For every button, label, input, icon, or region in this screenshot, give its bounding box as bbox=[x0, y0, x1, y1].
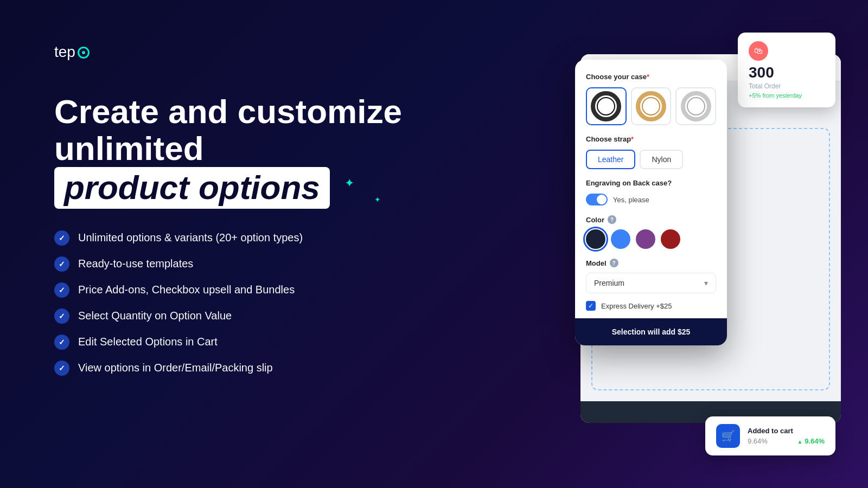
color-dark[interactable] bbox=[586, 229, 605, 249]
svg-point-5 bbox=[687, 98, 705, 115]
check-icon-1 bbox=[54, 230, 69, 246]
color-help-icon[interactable]: ? bbox=[608, 215, 616, 224]
strap-options-group: Leather Nylon bbox=[586, 150, 716, 169]
feature-text-1: Unlimited options & variants (20+ option… bbox=[78, 232, 303, 244]
color-label-row: Color ? bbox=[586, 215, 716, 224]
engraving-text: Yes, please bbox=[613, 196, 649, 204]
color-options-group bbox=[586, 229, 716, 249]
order-label: Total Order bbox=[749, 82, 825, 90]
card-footer: Selection will add $25 bbox=[575, 318, 727, 345]
feature-text-3: Price Add-ons, Checkbox upsell and Bundl… bbox=[78, 284, 295, 296]
dropdown-arrow-icon: ▾ bbox=[704, 279, 708, 287]
headline-highlight: product options bbox=[54, 167, 330, 208]
feature-text-5: Edit Selected Options in Cart bbox=[78, 336, 218, 348]
feature-item-4: Select Quantity on Option Value bbox=[54, 309, 445, 324]
cart-icon: 🛒 bbox=[716, 424, 740, 448]
feature-item-6: View options in Order/Email/Packing slip bbox=[54, 361, 445, 376]
engraving-toggle[interactable] bbox=[586, 194, 608, 206]
star-icon-2: ✦ bbox=[374, 195, 381, 204]
total-order-widget: 🛍 300 Total Order +5% from yesterday bbox=[738, 33, 835, 107]
feature-item-1: Unlimited options & variants (20+ option… bbox=[54, 230, 445, 246]
feature-item-5: Edit Selected Options in Cart bbox=[54, 335, 445, 350]
engraving-label: Engraving on Back case? bbox=[586, 179, 716, 187]
strap-leather-button[interactable]: Leather bbox=[586, 150, 635, 169]
check-icon-5 bbox=[54, 335, 69, 350]
arrow-up-icon: ▲ bbox=[797, 439, 803, 445]
logo-o-icon bbox=[78, 47, 90, 59]
check-icon-3 bbox=[54, 282, 69, 298]
feature-text-6: View options in Order/Email/Packing slip bbox=[78, 362, 273, 374]
order-count: 300 bbox=[749, 65, 825, 80]
express-checkbox[interactable]: ✓ bbox=[586, 301, 596, 311]
svg-point-3 bbox=[642, 98, 660, 115]
order-icon: 🛍 bbox=[749, 41, 768, 61]
model-label: Model bbox=[586, 259, 607, 267]
order-change: +5% from yesterday bbox=[749, 92, 825, 99]
pct-right: ▲ 9.64% bbox=[797, 437, 825, 445]
cart-widget-text: Added to cart 9.64% ▲ 9.64% bbox=[748, 427, 825, 445]
express-delivery-row: ✓ Express Delivery +$25 bbox=[586, 301, 716, 311]
check-icon-2 bbox=[54, 256, 69, 272]
model-selected-value: Premium bbox=[594, 279, 624, 287]
headline-line1: Create and customize bbox=[54, 93, 445, 130]
left-section: tep Create and customize unlimited produ… bbox=[54, 43, 445, 376]
svg-point-1 bbox=[597, 98, 615, 115]
features-list: Unlimited options & variants (20+ option… bbox=[54, 230, 445, 376]
percentage-row: 9.64% ▲ 9.64% bbox=[748, 437, 825, 445]
case-option-silver[interactable] bbox=[675, 87, 716, 125]
star-icon-1: ✦ bbox=[344, 176, 354, 190]
strap-nylon-button[interactable]: Nylon bbox=[640, 150, 683, 169]
model-help-icon[interactable]: ? bbox=[610, 259, 618, 267]
product-options-card: Choose your case* Choose strap* bbox=[575, 60, 727, 345]
feature-item-2: Ready-to-use templates bbox=[54, 256, 445, 272]
feature-item-3: Price Add-ons, Checkbox upsell and Bundl… bbox=[54, 282, 445, 298]
color-blue[interactable] bbox=[611, 229, 630, 249]
pct-left: 9.64% bbox=[748, 437, 768, 445]
headline: Create and customize unlimited product o… bbox=[54, 93, 445, 209]
footer-selection-text: Selection will add $25 bbox=[612, 328, 691, 336]
headline-unlimited: unlimited bbox=[54, 130, 204, 167]
added-label: Added to cart bbox=[748, 427, 825, 435]
logo: tep bbox=[54, 43, 445, 61]
model-dropdown[interactable]: Premium ▾ bbox=[586, 273, 716, 293]
color-label: Color bbox=[586, 216, 604, 224]
added-to-cart-widget: 🛒 Added to cart 9.64% ▲ 9.64% bbox=[705, 416, 835, 455]
color-red[interactable] bbox=[661, 229, 680, 249]
case-option-gold[interactable] bbox=[631, 87, 672, 125]
feature-text-4: Select Quantity on Option Value bbox=[78, 310, 232, 322]
engraving-row: Yes, please bbox=[586, 194, 716, 206]
choose-strap-label: Choose strap* bbox=[586, 135, 716, 143]
model-label-row: Model ? bbox=[586, 259, 716, 267]
check-icon-6 bbox=[54, 361, 69, 376]
express-label: Express Delivery +$25 bbox=[601, 302, 672, 310]
case-option-black[interactable] bbox=[586, 87, 627, 125]
color-purple[interactable] bbox=[636, 229, 655, 249]
case-options-group bbox=[586, 87, 716, 125]
headline-line2: unlimited product options bbox=[54, 130, 445, 208]
logo-text: tep bbox=[54, 43, 75, 61]
check-icon-4 bbox=[54, 309, 69, 324]
feature-text-2: Ready-to-use templates bbox=[78, 258, 193, 270]
choose-case-label: Choose your case* bbox=[586, 73, 716, 81]
